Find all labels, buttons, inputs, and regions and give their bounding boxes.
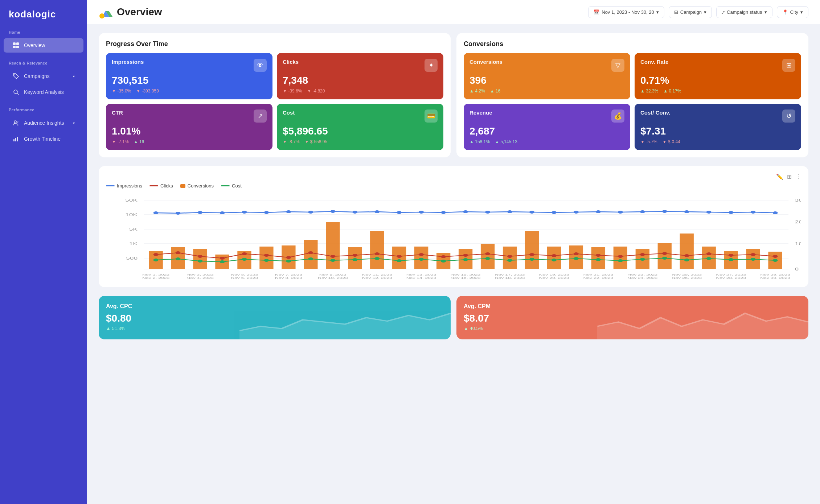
campaigns-chevron-icon: ▾ <box>73 74 75 78</box>
svg-point-110 <box>640 253 645 256</box>
sidebar-item-campaigns[interactable]: Campaigns ▾ <box>4 69 83 83</box>
svg-point-131 <box>463 258 468 261</box>
location-icon: 📍 <box>782 9 788 15</box>
sidebar-item-audience-insights[interactable]: Audience Insights ▾ <box>4 116 83 130</box>
progress-title: Progress Over Time <box>106 40 443 48</box>
svg-point-103 <box>485 252 490 255</box>
svg-text:30: 30 <box>795 198 801 202</box>
svg-text:Nov 23, 2023: Nov 23, 2023 <box>627 273 657 276</box>
svg-point-132 <box>485 257 490 260</box>
cost-conv-icon: ↺ <box>782 110 795 123</box>
svg-text:0: 0 <box>795 267 799 271</box>
date-filter-button[interactable]: 📅 Nov 1, 2023 - Nov 30, 20 ▾ <box>588 6 664 18</box>
sidebar-item-growth-timeline[interactable]: Growth Timeline <box>4 132 83 146</box>
svg-point-8 <box>17 121 18 123</box>
clicks-value: 7,348 <box>283 75 438 86</box>
svg-point-93 <box>264 254 269 257</box>
sidebar-keyword-label: Keyword Analysis <box>24 89 64 95</box>
svg-text:1K: 1K <box>129 241 138 246</box>
cost-stat1: ▼ -8.7% <box>283 139 300 144</box>
svg-rect-54 <box>680 234 694 269</box>
svg-point-72 <box>441 211 446 214</box>
svg-point-138 <box>618 259 623 262</box>
conv-rate-stats: ▲ 32.3% ▲ 0.17% <box>640 88 795 94</box>
clicks-legend-label: Clicks <box>160 183 173 189</box>
svg-text:Nov 6, 2023: Nov 6, 2023 <box>231 276 258 279</box>
svg-point-60 <box>176 212 181 215</box>
conversions-value: 396 <box>470 75 624 86</box>
cost-label: Cost <box>283 110 295 116</box>
svg-point-114 <box>729 254 734 257</box>
svg-point-70 <box>397 211 402 214</box>
chart-area: 50K 10K 5K 1K 500 30 20 10 0 <box>106 193 801 280</box>
sidebar-audience-label: Audience Insights <box>24 120 64 126</box>
campaign-filter-button[interactable]: ⊞ Campaign ▾ <box>669 6 712 18</box>
svg-point-75 <box>507 210 512 213</box>
svg-rect-0 <box>13 42 16 45</box>
svg-point-79 <box>596 210 601 213</box>
clicks-label: Clicks <box>283 59 299 65</box>
sidebar-item-keyword-analysis[interactable]: Keyword Analysis <box>4 85 83 99</box>
svg-text:Nov 13, 2023: Nov 13, 2023 <box>406 273 436 276</box>
svg-point-127 <box>374 257 380 260</box>
svg-rect-10 <box>15 138 16 141</box>
svg-point-73 <box>463 210 468 213</box>
svg-rect-3 <box>16 46 19 48</box>
avg-cpc-card: Avg. CPC $0.80 ▲ 51.3% <box>99 296 451 339</box>
svg-point-113 <box>706 252 712 255</box>
sidebar-item-overview[interactable]: Overview <box>4 38 83 53</box>
chart-panel: ✏️ ⊞ ⋮ Impressions Clicks Conversions <box>99 166 808 287</box>
audience-chevron-icon: ▾ <box>73 121 75 125</box>
revenue-stats: ▲ 158.1% ▲ 5,145.13 <box>470 139 624 144</box>
status-filter-button[interactable]: ⑇ Campaign status ▾ <box>716 6 772 18</box>
ctr-value: 1.01% <box>112 125 267 137</box>
cost-stats: ▼ -8.7% ▼ $-558.95 <box>283 139 438 144</box>
svg-point-124 <box>308 257 313 260</box>
conversions-cards: Conversions ▽ 396 ▲ 4.2% ▲ 16 Conv. Rate <box>464 53 801 150</box>
cost-conv-card: Cost/ Conv. ↺ $7.31 ▼ -5.7% ▼ $-0.44 <box>635 104 801 150</box>
google-ads-logo <box>99 5 112 19</box>
more-icon[interactable]: ⋮ <box>795 173 801 180</box>
svg-text:Nov 10, 2023: Nov 10, 2023 <box>318 276 348 279</box>
svg-text:Nov 5, 2023: Nov 5, 2023 <box>231 273 258 276</box>
chart-tools: ✏️ ⊞ ⋮ <box>776 173 801 180</box>
conv-stat1: ▲ 4.2% <box>470 88 485 94</box>
svg-point-120 <box>220 260 225 263</box>
impressions-icon: 👁 <box>254 59 267 72</box>
conversions-card: Conversions ▽ 396 ▲ 4.2% ▲ 16 <box>464 53 630 99</box>
svg-point-142 <box>706 257 712 260</box>
conv-rate-stat1: ▲ 32.3% <box>640 88 658 94</box>
svg-point-64 <box>264 211 269 214</box>
avg-cpc-chart <box>239 305 451 339</box>
impressions-stats: ▼ -35.0% ▼ -393,059 <box>112 88 267 94</box>
campaign-filter-label: Campaign <box>680 9 702 15</box>
sidebar: kodalogic Home Overview Reach & Relevanc… <box>0 0 87 504</box>
svg-text:Nov 21, 2023: Nov 21, 2023 <box>583 273 613 276</box>
sidebar-growth-label: Growth Timeline <box>24 136 61 142</box>
svg-point-115 <box>751 253 756 256</box>
table-icon[interactable]: ⊞ <box>787 173 792 180</box>
svg-point-4 <box>14 74 15 75</box>
svg-text:Nov 26, 2023: Nov 26, 2023 <box>672 276 702 279</box>
cost-conv-stats: ▼ -5.7% ▼ $-0.44 <box>640 139 795 144</box>
svg-point-98 <box>374 252 380 255</box>
svg-point-125 <box>330 259 335 262</box>
cost-value: $5,896.65 <box>283 125 438 137</box>
svg-text:Nov 18, 2023: Nov 18, 2023 <box>495 276 525 279</box>
city-filter-button[interactable]: 📍 City ▾ <box>777 6 808 18</box>
svg-point-106 <box>552 254 557 257</box>
impressions-stat1: ▼ -35.0% <box>112 88 131 94</box>
svg-rect-48 <box>547 247 561 269</box>
header-filters: 📅 Nov 1, 2023 - Nov 30, 20 ▾ ⊞ Campaign … <box>588 6 808 18</box>
revenue-card: Revenue 💰 2,687 ▲ 158.1% ▲ 5,145.13 <box>464 104 630 150</box>
conversions-stats: ▲ 4.2% ▲ 16 <box>470 88 624 94</box>
impressions-value: 730,515 <box>112 75 267 86</box>
svg-text:Nov 15, 2023: Nov 15, 2023 <box>451 273 481 276</box>
chart-icon <box>12 135 20 142</box>
edit-icon[interactable]: ✏️ <box>776 173 783 180</box>
city-chevron-icon: ▾ <box>800 9 803 15</box>
svg-text:Nov 30, 2023: Nov 30, 2023 <box>760 276 790 279</box>
svg-point-80 <box>618 211 623 214</box>
svg-text:Nov 8, 2023: Nov 8, 2023 <box>275 276 302 279</box>
svg-point-63 <box>242 211 247 214</box>
